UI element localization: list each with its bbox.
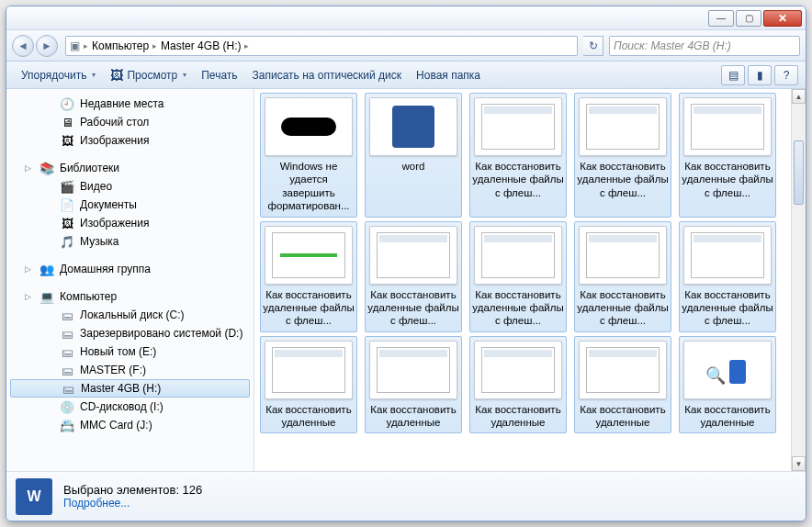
- file-item[interactable]: Windows не удается завершить форматирова…: [260, 93, 357, 218]
- breadcrumb-drive[interactable]: Master 4GB (H:): [161, 39, 241, 52]
- scroll-up-button[interactable]: ▲: [792, 89, 806, 104]
- file-label: Как восстановить удаленные файлы с флеш.…: [263, 288, 355, 328]
- file-item[interactable]: Как восстановить удаленные файлы с флеш.…: [679, 93, 776, 218]
- file-label: Как восстановить удаленные файлы с флеш.…: [577, 288, 669, 328]
- tree-label: Видео: [80, 180, 112, 193]
- item-icon: 🎵: [60, 234, 74, 249]
- preview-button[interactable]: 🖼Просмотр▾: [103, 62, 194, 88]
- file-item[interactable]: Как восстановить удаленные: [365, 336, 462, 434]
- preview-pane-button[interactable]: ▮: [748, 65, 772, 85]
- view-mode-button[interactable]: ▤: [721, 65, 745, 85]
- tree-item[interactable]: 🖼Изображения: [6, 214, 254, 232]
- tree-item-drive[interactable]: 🖴Master 4GB (H:): [10, 379, 250, 398]
- thumbnail: [265, 97, 353, 156]
- file-label: word: [402, 160, 425, 173]
- titlebar: — ▢ ✕: [6, 6, 806, 30]
- search-input[interactable]: Поиск: Master 4GB (H:): [609, 36, 800, 56]
- maximize-button[interactable]: ▢: [736, 10, 761, 27]
- tree-label: Компьютер: [60, 290, 117, 303]
- file-item[interactable]: Как восстановить удаленные файлы с флеш.…: [574, 221, 671, 332]
- file-item[interactable]: Как восстановить удаленные: [260, 336, 357, 434]
- organize-button[interactable]: Упорядочить▾: [14, 62, 103, 88]
- file-label: Как восстановить удаленные: [367, 403, 459, 430]
- file-item[interactable]: Как восстановить удаленные файлы с флеш.…: [365, 221, 462, 332]
- word-icon: W: [16, 478, 52, 515]
- drive-icon: 🖴: [60, 344, 74, 359]
- chevron-down-icon: ▾: [183, 71, 186, 79]
- image-icon: 🖼: [110, 68, 123, 83]
- file-label: Как восстановить удаленные: [682, 403, 773, 430]
- refresh-button[interactable]: ↻: [583, 36, 603, 56]
- drive-icon: 📇: [60, 418, 74, 432]
- file-item[interactable]: Как восстановить удаленные: [679, 336, 776, 434]
- item-icon: 🖼: [60, 133, 74, 148]
- tree-header-libraries[interactable]: ▷📚Библиотеки: [6, 159, 254, 177]
- file-item[interactable]: Как восстановить удаленные: [574, 336, 671, 434]
- thumbnail: [579, 341, 667, 399]
- chevron-right-icon: ▸: [152, 41, 157, 50]
- help-button[interactable]: ?: [774, 65, 798, 85]
- tree-label: MMC Card (J:): [80, 419, 152, 432]
- thumbnail: [265, 341, 353, 399]
- tree-item-drive[interactable]: 🖴Зарезервировано системой (D:): [6, 324, 254, 342]
- file-item[interactable]: Как восстановить удаленные файлы с флеш.…: [260, 221, 357, 332]
- tree-label: Библиотеки: [60, 162, 119, 174]
- address-bar[interactable]: ▣ ▸ Компьютер ▸ Master 4GB (H:) ▸: [65, 36, 578, 56]
- thumbnail: [474, 341, 562, 399]
- newfolder-button[interactable]: Новая папка: [409, 62, 488, 88]
- tree-item[interactable]: 🖥Рабочий стол: [6, 113, 254, 131]
- chevron-right-icon: ▸: [244, 41, 249, 50]
- thumbnail: [369, 226, 457, 285]
- tree-item[interactable]: 🖼Изображения: [6, 131, 254, 150]
- tree-item-drive[interactable]: 📇MMC Card (J:): [6, 416, 254, 434]
- print-button[interactable]: Печать: [194, 62, 244, 88]
- scroll-thumb[interactable]: [794, 140, 804, 205]
- item-icon: 🖼: [60, 216, 74, 230]
- body: 🕘Недавние места🖥Рабочий стол🖼Изображения…: [6, 89, 806, 471]
- thumbnail: [683, 226, 772, 285]
- tree-label: MASTER (F:): [80, 364, 146, 376]
- scroll-down-button[interactable]: ▼: [792, 456, 806, 471]
- thumbnail: [579, 226, 667, 285]
- tree-item-drive[interactable]: 💿CD-дисковод (I:): [6, 398, 254, 416]
- drive-icon: 🖴: [60, 308, 74, 322]
- tree-item[interactable]: 🕘Недавние места: [6, 95, 254, 113]
- tree-header-computer[interactable]: ▷💻Компьютер: [6, 287, 254, 306]
- burn-button[interactable]: Записать на оптический диск: [245, 62, 410, 88]
- thumbnail: [369, 341, 457, 399]
- tree-item[interactable]: 📄Документы: [6, 196, 254, 214]
- expand-icon: ▷: [25, 163, 34, 173]
- file-item[interactable]: Как восстановить удаленные файлы с флеш.…: [679, 221, 776, 332]
- details-link[interactable]: Подробнее...: [63, 497, 202, 510]
- tree-header-homegroup[interactable]: ▷👥Домашняя группа: [6, 260, 254, 278]
- nav-tree: 🕘Недавние места🖥Рабочий стол🖼Изображения…: [6, 89, 254, 471]
- file-item[interactable]: Как восстановить удаленные файлы с флеш.…: [469, 93, 567, 218]
- tree-item[interactable]: 🎬Видео: [6, 177, 254, 196]
- breadcrumb-computer[interactable]: Компьютер: [92, 39, 149, 52]
- minimize-button[interactable]: —: [708, 10, 734, 27]
- file-item[interactable]: Как восстановить удаленные: [469, 336, 567, 434]
- tree-item[interactable]: 🎵Музыка: [6, 232, 254, 251]
- details-pane: W Выбрано элементов: 126 Подробнее...: [6, 471, 806, 521]
- tree-item-drive[interactable]: 🖴MASTER (F:): [6, 361, 254, 379]
- file-item[interactable]: Как восстановить удаленные файлы с флеш.…: [574, 93, 671, 218]
- tree-label: Недавние места: [80, 97, 164, 110]
- thumbnail: [683, 341, 772, 399]
- tree-label: Локальный диск (C:): [80, 308, 185, 321]
- tree-item-drive[interactable]: 🖴Локальный диск (C:): [6, 306, 254, 324]
- close-button[interactable]: ✕: [763, 10, 802, 27]
- item-icon: 🖥: [60, 115, 74, 129]
- forward-button[interactable]: ►: [36, 35, 58, 57]
- file-label: Как восстановить удаленные: [263, 403, 355, 430]
- file-item[interactable]: word: [365, 93, 462, 218]
- file-item[interactable]: Как восстановить удаленные файлы с флеш.…: [469, 221, 567, 332]
- tree-item-drive[interactable]: 🖴Новый том (E:): [6, 342, 254, 361]
- item-icon: 🎬: [60, 179, 74, 194]
- scroll-track[interactable]: [792, 104, 806, 456]
- content-pane[interactable]: Windows не удается завершить форматирова…: [254, 89, 791, 471]
- vertical-scrollbar[interactable]: ▲ ▼: [791, 89, 806, 471]
- drive-icon: 🖴: [60, 326, 74, 341]
- drive-icon: 🖴: [61, 381, 75, 396]
- expand-icon: ▷: [25, 292, 34, 301]
- back-button[interactable]: ◄: [12, 35, 34, 57]
